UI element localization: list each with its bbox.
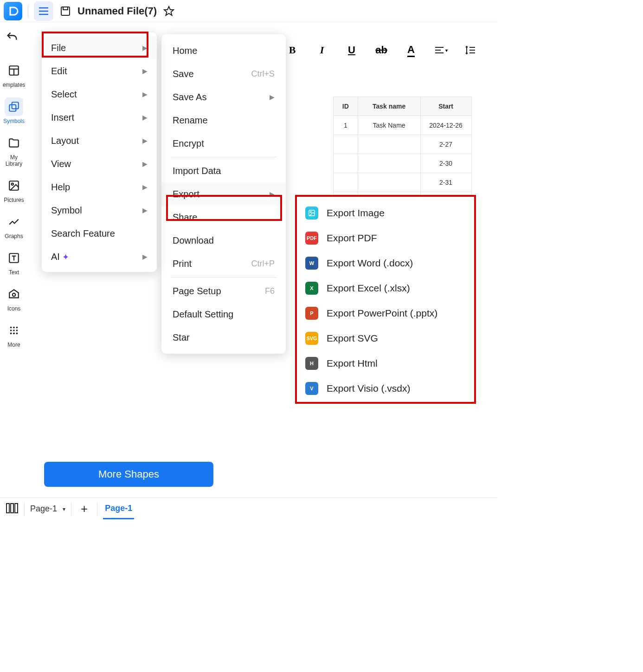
export-option-label: Export SVG (327, 333, 378, 344)
export-option-export-pdf[interactable]: PDFExport PDF (295, 226, 475, 251)
svg-point-32 (16, 333, 18, 335)
table-cell: Task Name (358, 116, 420, 135)
add-page-button[interactable]: + (77, 502, 91, 516)
symbols-icon (5, 97, 23, 116)
table-row[interactable]: 1Task Name2024-12-26 (334, 116, 472, 135)
menu-item-file[interactable]: File▶ (42, 36, 157, 59)
file-title[interactable]: Unnamed File(7) (77, 5, 157, 17)
menu-item-share[interactable]: Share (161, 206, 286, 229)
menu-item-ai[interactable]: AI ✦▶ (42, 245, 157, 268)
menu-item-star[interactable]: Star (161, 326, 286, 349)
table-cell: 1 (334, 116, 358, 135)
menu-item-edit[interactable]: Edit▶ (42, 59, 157, 83)
menu-item-symbol[interactable]: Symbol▶ (42, 199, 157, 222)
export-option-export-word-docx-[interactable]: WExport Word (.docx) (295, 251, 475, 276)
menu-item-rename[interactable]: Rename (161, 109, 286, 132)
menu-item-download[interactable]: Download (161, 229, 286, 252)
sidebar-item-my-library[interactable]: My Library (3, 134, 25, 167)
col-id: ID (334, 97, 358, 116)
chevron-right-icon: ▶ (142, 90, 148, 98)
page-selector-label: Page-1 (30, 504, 57, 514)
menu-item-import-data[interactable]: Import Data (161, 159, 286, 182)
page-selector[interactable]: Page-1 ▾ (30, 504, 65, 514)
table-row[interactable]: 2-27 (334, 135, 472, 154)
shortcut-label: F6 (265, 286, 275, 296)
export-option-export-visio-vsdx-[interactable]: VExport Visio (.vsdx) (295, 376, 475, 401)
page-tab[interactable]: Page-1 (103, 499, 134, 519)
menu-item-print[interactable]: PrintCtrl+P (161, 252, 286, 275)
table-cell (334, 154, 358, 173)
sidebar-item-text[interactable]: Text (3, 249, 25, 276)
file-type-icon: H (305, 357, 318, 370)
export-option-export-image[interactable]: Export Image (295, 200, 475, 226)
chevron-right-icon: ▶ (142, 207, 148, 214)
align-button[interactable]: ▾ (431, 41, 450, 59)
menu-item-label: Rename (173, 115, 208, 126)
export-option-export-powerpoint-pptx-[interactable]: PExport PowerPoint (.pptx) (295, 301, 475, 326)
table-cell (334, 135, 358, 154)
svg-rect-35 (15, 504, 18, 513)
star-icon[interactable] (162, 5, 175, 18)
export-option-label: Export PowerPoint (.pptx) (327, 308, 437, 319)
menu-item-export[interactable]: Export▶ (161, 182, 286, 206)
sidebar-label: Graphs (5, 233, 23, 239)
menu-item-label: Share (173, 212, 197, 223)
table-cell (334, 173, 358, 192)
sidebar-item-pictures[interactable]: Pictures (3, 176, 25, 203)
export-option-label: Export Excel (.xlsx) (327, 283, 410, 294)
menu-item-label: Export (173, 189, 199, 200)
hamburger-menu-button[interactable] (34, 1, 53, 21)
sidebar-item-symbols[interactable]: Symbols (3, 97, 25, 124)
menu-item-help[interactable]: Help▶ (42, 175, 157, 199)
save-icon[interactable] (59, 5, 72, 18)
table-cell: 2-30 (420, 154, 471, 173)
sidebar-item-more[interactable]: More (3, 321, 25, 348)
menu-item-label: Save As (173, 92, 206, 103)
menu-item-select[interactable]: Select▶ (42, 83, 157, 106)
svg-rect-33 (6, 504, 9, 513)
svg-point-37 (310, 212, 312, 213)
menu-item-save[interactable]: SaveCtrl+S (161, 62, 286, 85)
table-cell: 2-31 (420, 173, 471, 192)
export-option-export-excel-xlsx-[interactable]: XExport Excel (.xlsx) (295, 276, 475, 301)
app-logo[interactable] (4, 2, 22, 20)
svg-point-26 (16, 327, 18, 329)
menu-item-page-setup[interactable]: Page SetupF6 (161, 279, 286, 303)
sidebar-label: emplates (3, 82, 26, 88)
sidebar-item-graphs[interactable]: Graphs (3, 213, 25, 239)
menu-item-encrypt[interactable]: Encrypt (161, 132, 286, 155)
export-option-label: Export Html (327, 358, 378, 369)
line-spacing-button[interactable] (461, 41, 480, 59)
page-layout-icon[interactable] (6, 503, 19, 516)
menu-item-view[interactable]: View▶ (42, 152, 157, 175)
menu-item-home[interactable]: Home (161, 39, 286, 62)
undo-button[interactable] (4, 29, 20, 45)
menu-item-label: Default Setting (173, 309, 233, 320)
export-option-export-html[interactable]: HExport Html (295, 351, 475, 376)
menu-item-search-feature[interactable]: Search Feature (42, 222, 157, 245)
table-cell (358, 135, 420, 154)
bold-button[interactable]: B (283, 41, 302, 59)
pictures-icon (5, 176, 23, 195)
svg-point-23 (13, 293, 16, 297)
italic-button[interactable]: I (313, 41, 331, 59)
font-color-button[interactable]: A (402, 41, 420, 59)
divider (28, 5, 28, 18)
menu-item-save-as[interactable]: Save As▶ (161, 85, 286, 109)
svg-rect-16 (9, 105, 16, 111)
more-shapes-button[interactable]: More Shapes (44, 462, 213, 487)
menu-item-default-setting[interactable]: Default Setting (161, 303, 286, 326)
menu-item-label: Help (51, 182, 70, 193)
sidebar-item-icons[interactable]: Icons (3, 285, 25, 312)
divider (24, 503, 25, 516)
export-option-export-svg[interactable]: SVGExport SVG (295, 326, 475, 351)
table-row[interactable]: 2-31 (334, 173, 472, 192)
sidebar-item-templates[interactable]: emplates (3, 61, 25, 88)
menu-item-layout[interactable]: Layout▶ (42, 129, 157, 152)
table-row[interactable]: 2-30 (334, 154, 472, 173)
strikethrough-button[interactable]: ab (372, 41, 391, 59)
underline-button[interactable]: U (342, 41, 361, 59)
more-icon (5, 321, 23, 340)
menu-item-insert[interactable]: Insert▶ (42, 106, 157, 129)
sidebar-label: Pictures (4, 197, 24, 203)
